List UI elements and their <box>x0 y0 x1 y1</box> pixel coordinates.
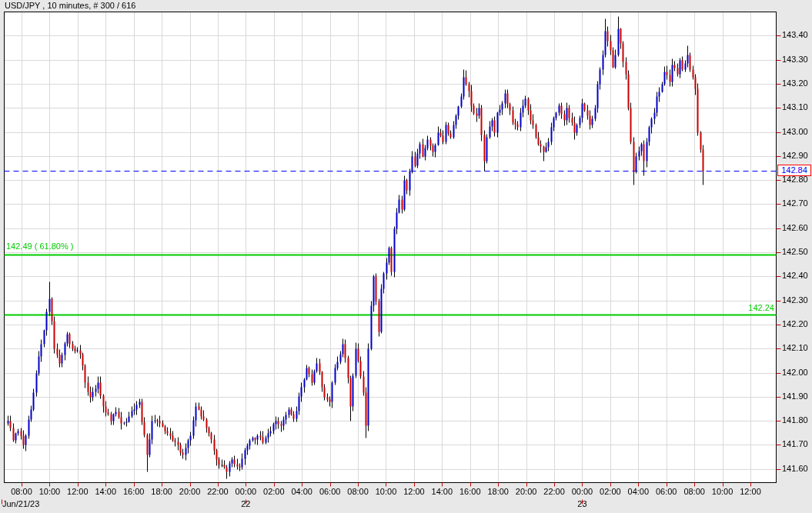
x-axis-label: 12:00 <box>735 487 766 496</box>
y-axis-label: 142.20 <box>782 319 812 328</box>
x-axis-label: 08:00 <box>343 487 373 496</box>
x-axis-label: 22:00 <box>539 487 570 496</box>
x-axis-label: 14:00 <box>426 487 457 496</box>
y-axis-label: 142.10 <box>782 343 812 352</box>
x-axis-label: 16:00 <box>119 487 149 496</box>
y-axis-label: 143.00 <box>782 127 812 136</box>
y-axis-label: 141.70 <box>782 439 812 448</box>
x-axis-label: 04:00 <box>623 487 653 496</box>
x-axis-label: 20:00 <box>511 487 542 496</box>
chart-title: USD/JPY , 10 minutes, # 300 / 616 <box>5 1 135 10</box>
x-axis-label: 12:00 <box>399 487 429 496</box>
x-axis-label: 06:00 <box>651 487 682 496</box>
x-axis-label: 22:00 <box>202 487 233 496</box>
x-axis-label: 02:00 <box>595 487 626 496</box>
y-axis-label: 143.10 <box>782 102 812 112</box>
y-axis-label: 142.90 <box>782 151 812 160</box>
y-axis-label: 141.60 <box>782 464 812 473</box>
x-axis-label: 06:00 <box>315 487 346 496</box>
x-axis-label: 00:00 <box>230 487 261 496</box>
fib-level-label: 142.49 ( 61.80% ) <box>6 242 73 251</box>
x-axis-date-label: 22 <box>234 499 257 508</box>
x-axis-label: 14:00 <box>90 487 121 496</box>
y-axis-label: 141.80 <box>782 415 812 425</box>
y-axis-label: 143.30 <box>782 55 812 64</box>
x-axis-date-label: 23 <box>570 499 593 508</box>
x-axis-label: 10:00 <box>370 487 401 496</box>
y-axis-label: 142.40 <box>782 271 812 280</box>
y-axis-label: 142.50 <box>782 247 812 256</box>
x-axis-label: 10:00 <box>707 487 738 496</box>
x-axis-label: 08:00 <box>6 487 37 496</box>
y-axis-label: 142.30 <box>782 295 812 305</box>
current-price-tag: 142.84 <box>777 165 811 176</box>
x-axis-label: 18:00 <box>146 487 177 496</box>
y-axis-label: 142.60 <box>782 223 812 232</box>
y-axis-label: 143.20 <box>782 78 812 88</box>
y-axis-label: 142.70 <box>782 198 812 208</box>
x-axis-label: 18:00 <box>483 487 513 496</box>
x-axis-label: 02:00 <box>259 487 289 496</box>
x-axis-label: 20:00 <box>175 487 206 496</box>
x-axis-label: 16:00 <box>455 487 486 496</box>
y-axis-label: 141.90 <box>782 391 812 401</box>
y-axis-label: 142.00 <box>782 368 812 377</box>
x-axis-label: 00:00 <box>566 487 597 496</box>
y-axis-label: 143.40 <box>782 30 812 39</box>
x-axis-label: 04:00 <box>286 487 317 496</box>
x-axis-label: 10:00 <box>34 487 65 496</box>
fib-level-label: 142.24 <box>713 303 774 312</box>
x-axis-label: 08:00 <box>679 487 710 496</box>
x-axis-date-label: Jun/21/23 <box>2 499 39 508</box>
chart-window: USD/JPY , 10 minutes, # 300 / 616 143.40… <box>0 0 812 513</box>
x-axis-label: 12:00 <box>62 487 93 496</box>
candlestick-canvas[interactable] <box>0 0 812 513</box>
